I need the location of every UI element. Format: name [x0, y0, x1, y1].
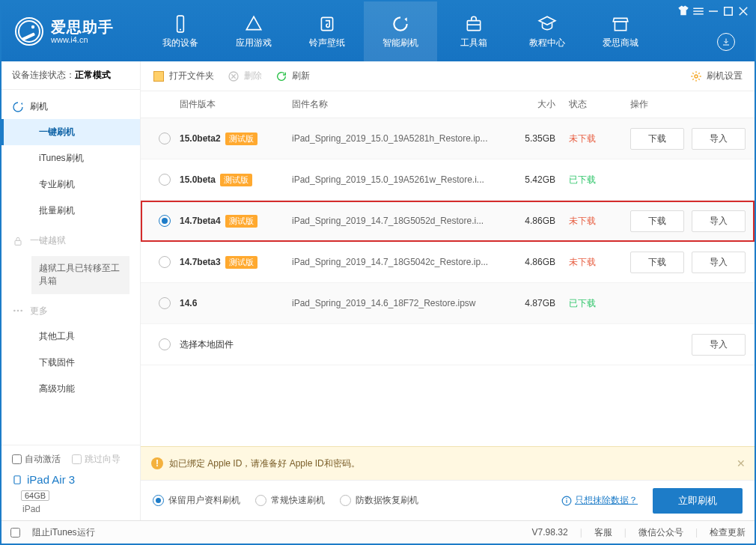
sidebar-jailbreak-notice[interactable]: 越狱工具已转移至工具箱 — [31, 256, 129, 294]
radio[interactable] — [159, 297, 171, 309]
firmware-status: 未下载 — [561, 133, 621, 145]
menu-icon[interactable] — [692, 4, 705, 18]
skip-guide-label: 跳过向导 — [85, 453, 121, 466]
delete-icon — [228, 70, 240, 82]
nav-label: 爱思商城 — [603, 37, 638, 49]
apple-id-warning: ! 如已绑定 Apple ID，请准备好 Apple ID和密码。 ✕ — [141, 446, 755, 480]
option-normal[interactable]: 常规快速刷机 — [255, 494, 325, 507]
radio[interactable] — [153, 495, 164, 506]
radio[interactable] — [159, 174, 171, 186]
table-row[interactable]: 15.0beta2测试版iPad_Spring_2019_15.0_19A528… — [141, 118, 755, 159]
import-button[interactable]: 导入 — [692, 334, 746, 356]
table-row[interactable]: 14.7beta3测试版iPad_Spring_2019_14.7_18G504… — [141, 242, 755, 283]
nav-toolbox[interactable]: 工具箱 — [437, 1, 510, 61]
lock-icon — [12, 235, 24, 247]
erase-link[interactable]: 只想抹除数据？ — [561, 494, 638, 507]
table-row[interactable]: 15.0beta测试版iPad_Spring_2019_15.0_19A5261… — [141, 159, 755, 201]
radio[interactable] — [159, 215, 171, 227]
nav-store[interactable]: 爱思商城 — [584, 1, 657, 61]
import-button[interactable]: 导入 — [692, 252, 746, 273]
open-folder-button[interactable]: 打开文件夹 — [153, 70, 214, 82]
download-button[interactable]: 下载 — [630, 252, 684, 273]
nav-my-device[interactable]: 我的设备 — [144, 1, 217, 61]
device-name[interactable]: iPad Air 3 — [12, 473, 129, 486]
svg-rect-0 — [709, 10, 718, 12]
version-label: V7.98.32 — [532, 527, 568, 538]
sidebar-item-pro[interactable]: 专业刷机 — [1, 171, 140, 198]
sidebar-item-oneclick[interactable]: 一键刷机 — [1, 119, 140, 145]
option-keep-data[interactable]: 保留用户资料刷机 — [153, 494, 240, 507]
refresh-button[interactable]: 刷新 — [275, 70, 310, 82]
sidebar-group-more[interactable]: 更多 — [1, 299, 140, 323]
nav-label: 工具箱 — [460, 37, 487, 49]
maximize-icon[interactable] — [722, 4, 735, 18]
sidebar-group-flash[interactable]: 刷机 — [1, 94, 140, 119]
beta-badge: 测试版 — [225, 215, 257, 228]
flash-settings-button[interactable]: 刷机设置 — [690, 70, 743, 82]
flash-now-button[interactable]: 立即刷机 — [653, 488, 743, 514]
skin-icon[interactable] — [677, 4, 690, 18]
firmware-status: 未下载 — [561, 215, 621, 228]
radio[interactable] — [159, 256, 171, 268]
close-icon[interactable] — [737, 4, 750, 18]
connection-status: 设备连接状态：正常模式 — [1, 61, 140, 90]
import-button[interactable]: 导入 — [692, 128, 746, 150]
svg-rect-14 — [14, 475, 20, 484]
option-anti-recovery[interactable]: 防数据恢复刷机 — [340, 494, 418, 507]
firmware-version: 14.6 — [180, 298, 292, 308]
firmware-name: iPad_Spring_2019_14.7_18G5052d_Restore.i… — [292, 216, 509, 226]
table-row[interactable]: 14.7beta4测试版iPad_Spring_2019_14.7_18G505… — [141, 201, 755, 242]
svg-rect-8 — [467, 20, 480, 30]
radio[interactable] — [159, 338, 171, 350]
firmware-size: 5.42GB — [509, 174, 561, 185]
nav-apps[interactable]: 应用游戏 — [217, 1, 290, 61]
customer-service-link[interactable]: 客服 — [594, 526, 612, 539]
svg-point-2 — [19, 21, 40, 42]
skip-guide-checkbox[interactable] — [72, 454, 82, 464]
radio[interactable] — [255, 495, 266, 506]
gear-icon — [690, 70, 702, 82]
table-row[interactable]: 14.6iPad_Spring_2019_14.6_18F72_Restore.… — [141, 283, 755, 324]
delete-button[interactable]: 删除 — [228, 70, 262, 82]
svg-rect-18 — [566, 499, 567, 502]
import-button[interactable]: 导入 — [692, 210, 746, 232]
svg-point-19 — [566, 498, 567, 499]
wechat-link[interactable]: 微信公众号 — [638, 526, 683, 539]
beta-badge: 测试版 — [225, 133, 257, 145]
nav-label: 应用游戏 — [236, 37, 272, 49]
firmware-version: 14.7beta3测试版 — [180, 256, 292, 269]
sidebar-group-jailbreak[interactable]: 一键越狱 — [1, 228, 140, 253]
svg-rect-10 — [15, 240, 21, 245]
download-button[interactable] — [717, 33, 735, 51]
nav-tutorials[interactable]: 教程中心 — [510, 1, 584, 61]
firmware-status: 未下载 — [561, 256, 621, 269]
check-update-link[interactable]: 检查更新 — [710, 526, 746, 539]
svg-point-13 — [20, 310, 22, 312]
radio[interactable] — [159, 133, 171, 144]
more-icon — [12, 305, 24, 317]
download-button[interactable]: 下载 — [630, 128, 684, 150]
firmware-version: 15.0beta2测试版 — [180, 133, 292, 145]
block-itunes-checkbox[interactable] — [10, 528, 20, 538]
flash-icon — [12, 101, 24, 113]
nav-flash[interactable]: 智能刷机 — [364, 1, 437, 61]
block-itunes-label: 阻止iTunes运行 — [32, 526, 95, 539]
auto-activate-checkbox[interactable] — [12, 454, 22, 464]
sidebar-item-other-tools[interactable]: 其他工具 — [1, 323, 140, 350]
sidebar-item-download-fw[interactable]: 下载固件 — [1, 350, 140, 376]
radio[interactable] — [340, 495, 351, 506]
sidebar-item-advanced[interactable]: 高级功能 — [1, 376, 140, 402]
info-icon — [561, 496, 572, 506]
nav-ringtones[interactable]: 铃声壁纸 — [290, 1, 364, 61]
table-row-local[interactable]: 选择本地固件 导入 — [141, 324, 755, 365]
firmware-size: 4.86GB — [509, 257, 561, 267]
svg-point-16 — [695, 75, 698, 78]
pin-icon[interactable] — [707, 4, 720, 18]
sidebar-item-batch[interactable]: 批量刷机 — [1, 198, 140, 224]
sidebar-item-itunes[interactable]: iTunes刷机 — [1, 145, 140, 171]
close-warning-button[interactable]: ✕ — [737, 457, 746, 469]
download-button[interactable]: 下载 — [630, 210, 684, 232]
firmware-name: iPad_Spring_2019_15.0_19A5281h_Restore.i… — [292, 133, 509, 144]
firmware-version: 14.7beta4测试版 — [180, 215, 292, 228]
svg-point-11 — [13, 310, 16, 312]
